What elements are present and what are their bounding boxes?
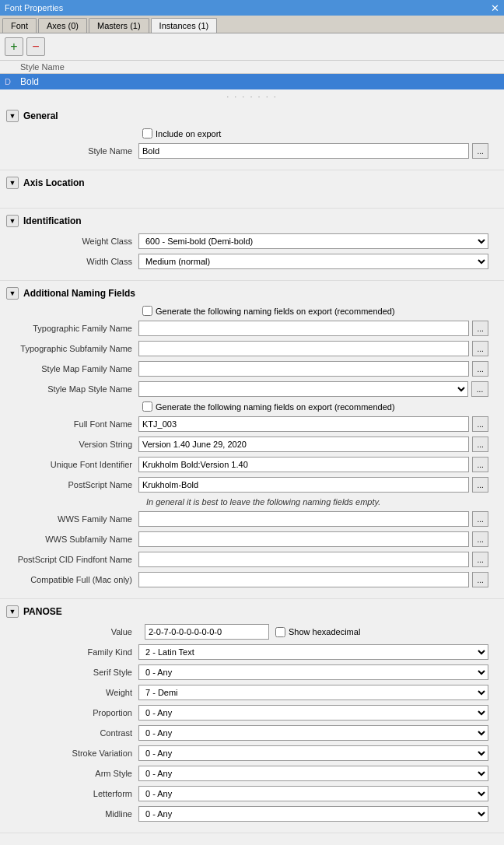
width-class-label: Width Class	[14, 257, 138, 266]
panose-value-input[interactable]	[145, 624, 269, 640]
tab-axes[interactable]: Axes (0)	[38, 18, 87, 33]
style-name-ellipsis-button[interactable]: ...	[472, 143, 488, 159]
postscript-name-ellipsis[interactable]: ...	[472, 477, 488, 493]
proportion-control: 0 - Any	[138, 705, 488, 721]
typographic-subfamily-ellipsis[interactable]: ...	[472, 341, 488, 356]
generate-checkbox-2[interactable]	[142, 401, 152, 412]
wws-subfamily-label: WWS Subfamily Name	[14, 535, 138, 544]
typographic-family-ellipsis[interactable]: ...	[472, 321, 488, 336]
weight-class-select[interactable]: 600 - Semi-bold (Demi-bold)	[138, 233, 488, 249]
typographic-subfamily-row: Typographic Subfamily Name ...	[6, 341, 488, 356]
instance-row[interactable]: D Bold	[0, 74, 504, 89]
wws-family-ellipsis[interactable]: ...	[472, 511, 488, 527]
family-kind-row: Family Kind 2 - Latin Text	[6, 644, 488, 660]
stroke-variation-control: 0 - Any	[138, 745, 488, 761]
additional-naming-toggle[interactable]: ▼	[6, 287, 19, 300]
contrast-row: Contrast 0 - Any	[6, 725, 488, 741]
full-font-name-row: Full Font Name ...	[6, 416, 488, 432]
general-section-header: ▼ General	[6, 110, 488, 122]
midline-row: Midline 0 - Any	[6, 806, 488, 822]
style-map-style-select[interactable]	[138, 381, 468, 397]
axis-location-toggle[interactable]: ▼	[6, 177, 19, 189]
typographic-family-input[interactable]	[138, 321, 469, 336]
info-text: In general it is best to leave the follo…	[6, 497, 488, 507]
general-toggle[interactable]: ▼	[6, 110, 19, 122]
stroke-variation-select[interactable]: 0 - Any	[138, 745, 488, 761]
panose-section: ▼ PANOSE Value Show hexadecimal Family K…	[0, 599, 504, 833]
midline-select[interactable]: 0 - Any	[138, 806, 488, 822]
contrast-label: Contrast	[14, 728, 138, 738]
postscript-cid-input[interactable]	[138, 552, 469, 567]
family-kind-control: 2 - Latin Text	[138, 644, 488, 660]
version-string-input[interactable]	[138, 437, 469, 452]
identification-title: Identification	[23, 216, 82, 226]
generate-checkbox-1[interactable]	[142, 306, 152, 316]
compatible-full-ellipsis[interactable]: ...	[472, 572, 488, 587]
unique-font-id-ellipsis[interactable]: ...	[472, 457, 488, 472]
typographic-family-label: Typographic Family Name	[14, 324, 138, 333]
include-export-checkbox[interactable]	[142, 128, 152, 138]
contrast-select[interactable]: 0 - Any	[138, 725, 488, 741]
panose-toggle[interactable]: ▼	[6, 605, 19, 618]
panose-weight-select[interactable]: 7 - Demi	[138, 685, 488, 700]
unique-font-id-control: ...	[138, 457, 488, 472]
type-column-header	[5, 62, 20, 72]
style-map-family-control: ...	[138, 361, 488, 377]
tab-masters[interactable]: Masters (1)	[89, 18, 149, 33]
tab-bar: Font Axes (0) Masters (1) Instances (1)	[0, 16, 504, 33]
tab-font[interactable]: Font	[2, 18, 37, 33]
typographic-family-control: ...	[138, 321, 488, 336]
add-instance-button[interactable]: +	[5, 37, 23, 56]
letterform-control: 0 - Any	[138, 786, 488, 801]
typographic-subfamily-input[interactable]	[138, 341, 469, 356]
wws-subfamily-input[interactable]	[138, 531, 469, 547]
arm-style-row: Arm Style 0 - Any	[6, 766, 488, 781]
wws-subfamily-ellipsis[interactable]: ...	[472, 531, 488, 547]
remove-instance-button[interactable]: −	[26, 37, 45, 56]
postscript-name-label: PostScript Name	[14, 480, 138, 489]
proportion-select[interactable]: 0 - Any	[138, 705, 488, 721]
show-hexadecimal-checkbox[interactable]	[275, 627, 285, 637]
drag-indicator: · · · · · · ·	[0, 89, 504, 103]
width-class-select[interactable]: Medium (normal)	[138, 254, 488, 269]
proportion-label: Proportion	[14, 708, 138, 717]
version-string-ellipsis[interactable]: ...	[472, 437, 488, 452]
identification-toggle[interactable]: ▼	[6, 215, 19, 227]
letterform-label: Letterform	[14, 789, 138, 798]
postscript-cid-label: PostScript CID Findfont Name	[14, 555, 138, 564]
style-map-family-ellipsis[interactable]: ...	[472, 361, 488, 377]
width-class-control: Medium (normal)	[138, 254, 488, 269]
compatible-full-row: Compatible Full (Mac only) ...	[6, 572, 488, 587]
unique-font-id-row: Unique Font Identifier ...	[6, 457, 488, 472]
style-name-input[interactable]	[138, 143, 469, 159]
style-map-family-input[interactable]	[138, 361, 469, 377]
full-font-name-ellipsis[interactable]: ...	[472, 416, 488, 432]
wws-family-row: WWS Family Name ...	[6, 511, 488, 527]
tab-instances[interactable]: Instances (1)	[151, 18, 218, 33]
style-map-style-row: Style Map Style Name ...	[6, 381, 488, 397]
panose-title: PANOSE	[23, 606, 62, 617]
style-map-style-label: Style Map Style Name	[14, 384, 138, 394]
arm-style-select[interactable]: 0 - Any	[138, 766, 488, 781]
full-font-name-input[interactable]	[138, 416, 469, 432]
generate-label-1: Generate the following naming fields on …	[156, 307, 395, 316]
column-header: Style Name	[0, 61, 504, 74]
postscript-name-input[interactable]	[138, 477, 469, 493]
family-kind-select[interactable]: 2 - Latin Text	[138, 644, 488, 660]
compatible-full-input[interactable]	[138, 572, 469, 587]
style-map-style-ellipsis[interactable]: ...	[471, 381, 488, 397]
include-export-label: Include on export	[156, 129, 221, 138]
letterform-select[interactable]: 0 - Any	[138, 786, 488, 801]
close-button[interactable]: ✕	[491, 2, 499, 14]
wws-family-input[interactable]	[138, 511, 469, 527]
axis-location-header: ▼ Axis Location	[6, 177, 488, 189]
serif-style-row: Serif Style 0 - Any	[6, 664, 488, 680]
unique-font-id-input[interactable]	[138, 457, 469, 472]
serif-style-select[interactable]: 0 - Any	[138, 664, 488, 680]
window-title: Font Properties	[5, 3, 63, 12]
generate-label-2: Generate the following naming fields on …	[156, 402, 395, 412]
postscript-cid-ellipsis[interactable]: ...	[472, 552, 488, 567]
full-font-name-label: Full Font Name	[14, 419, 138, 429]
include-export-row: Include on export	[6, 128, 488, 138]
weight-class-control: 600 - Semi-bold (Demi-bold)	[138, 233, 488, 249]
